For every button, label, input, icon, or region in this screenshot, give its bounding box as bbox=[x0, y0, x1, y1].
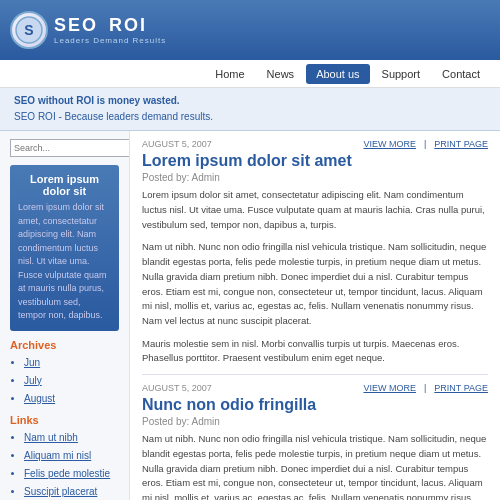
search-bar: SEARCH bbox=[10, 139, 119, 157]
archives-list: Jun July August bbox=[10, 354, 119, 408]
article-divider-1 bbox=[142, 374, 488, 375]
article-1-body1: Lorem ipsum dolor sit amet, consectetatu… bbox=[142, 188, 488, 232]
archives-title: Archives bbox=[10, 339, 119, 351]
logo-area: S SEO ROI Leaders Demand Results bbox=[10, 11, 166, 49]
nav-about[interactable]: About us bbox=[306, 64, 369, 84]
tagline-line2: SEO ROI - Because leaders demand results… bbox=[14, 109, 486, 125]
svg-text:S: S bbox=[24, 22, 33, 38]
article-1-printpage[interactable]: PRINT PAGE bbox=[434, 139, 488, 149]
sidebar-promo: Lorem ipsum dolor sit Lorem ipsum dolor … bbox=[10, 165, 119, 331]
article-1-body2: Nam ut nibh. Nunc non odio fringilla nis… bbox=[142, 240, 488, 328]
archive-august[interactable]: August bbox=[24, 390, 119, 408]
link-0[interactable]: Nam ut nibh bbox=[24, 429, 119, 447]
article-2-date: AUGUST 5, 2007 bbox=[142, 383, 212, 393]
article-1-body3: Mauris molestie sem in nisl. Morbi conva… bbox=[142, 337, 488, 366]
main-layout: SEARCH Lorem ipsum dolor sit Lorem ipsum… bbox=[0, 131, 500, 500]
sidebar: SEARCH Lorem ipsum dolor sit Lorem ipsum… bbox=[0, 131, 130, 500]
links-list: Nam ut nibh Aliquam mi nisl Felis pede m… bbox=[10, 429, 119, 501]
nav-news[interactable]: News bbox=[257, 64, 305, 84]
article-2-body1: Nam ut nibh. Nunc non odio fringilla nis… bbox=[142, 432, 488, 500]
logo-title: SEO ROI bbox=[54, 15, 166, 36]
article-1-date: AUGUST 5, 2007 bbox=[142, 139, 212, 149]
article-1-author: Posted by: Admin bbox=[142, 172, 488, 183]
article-2: AUGUST 5, 2007 VIEW MORE | PRINT PAGE Nu… bbox=[142, 383, 488, 500]
article-2-author: Posted by: Admin bbox=[142, 416, 488, 427]
article-2-meta: AUGUST 5, 2007 VIEW MORE | PRINT PAGE bbox=[142, 383, 488, 393]
article-2-viewmore[interactable]: VIEW MORE bbox=[363, 383, 416, 393]
logo-icon: S bbox=[10, 11, 48, 49]
article-2-printpage[interactable]: PRINT PAGE bbox=[434, 383, 488, 393]
article-2-title: Nunc non odio fringilla bbox=[142, 395, 488, 414]
article-1-viewmore[interactable]: VIEW MORE bbox=[363, 139, 416, 149]
tagline-bar: SEO without ROI is money wasted. SEO ROI… bbox=[0, 88, 500, 131]
article-2-meta-links: VIEW MORE | PRINT PAGE bbox=[363, 383, 488, 393]
archive-july[interactable]: July bbox=[24, 372, 119, 390]
link-1[interactable]: Aliquam mi nisl bbox=[24, 447, 119, 465]
archive-jun[interactable]: Jun bbox=[24, 354, 119, 372]
article-1: AUGUST 5, 2007 VIEW MORE | PRINT PAGE Lo… bbox=[142, 139, 488, 366]
link-3[interactable]: Suscipit placerat bbox=[24, 483, 119, 501]
link-2[interactable]: Felis pede molestie bbox=[24, 465, 119, 483]
header: S SEO ROI Leaders Demand Results bbox=[0, 0, 500, 60]
article-1-title: Lorem ipsum dolor sit amet bbox=[142, 151, 488, 170]
logo-seo: SEO bbox=[54, 15, 98, 35]
logo-text-area: SEO ROI Leaders Demand Results bbox=[54, 15, 166, 45]
search-input[interactable] bbox=[10, 139, 130, 157]
nav-support[interactable]: Support bbox=[372, 64, 431, 84]
tagline-line1: SEO without ROI is money wasted. bbox=[14, 93, 486, 109]
logo-roi: ROI bbox=[109, 15, 147, 35]
promo-title: Lorem ipsum dolor sit bbox=[18, 173, 111, 197]
links-title: Links bbox=[10, 414, 119, 426]
promo-body: Lorem ipsum dolor sit amet, consectetatu… bbox=[18, 201, 111, 323]
content-area: AUGUST 5, 2007 VIEW MORE | PRINT PAGE Lo… bbox=[130, 131, 500, 500]
nav-home[interactable]: Home bbox=[205, 64, 254, 84]
nav-contact[interactable]: Contact bbox=[432, 64, 490, 84]
article-1-meta: AUGUST 5, 2007 VIEW MORE | PRINT PAGE bbox=[142, 139, 488, 149]
nav-bar: Home News About us Support Contact bbox=[0, 60, 500, 88]
article-1-meta-links: VIEW MORE | PRINT PAGE bbox=[363, 139, 488, 149]
logo-subtitle: Leaders Demand Results bbox=[54, 36, 166, 45]
